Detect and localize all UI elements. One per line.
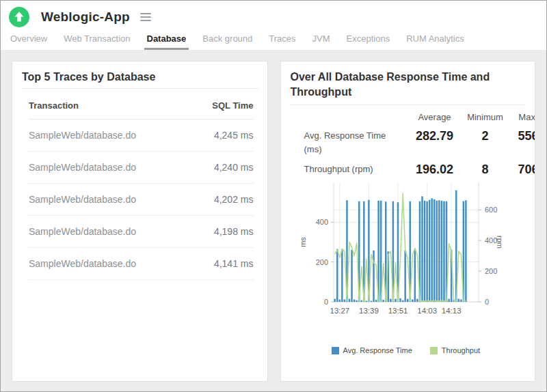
transaction-cell: SampleWeb/database.do (29, 151, 191, 183)
transaction-cell: SampleWeb/database.do (29, 183, 191, 215)
column-header-sql-time: SQL Time (191, 92, 253, 120)
sql-time-cell: 4,202 ms (191, 183, 253, 215)
table-row[interactable]: SampleWeb/database.do 4,141 ms (29, 247, 254, 279)
top-traces-panel-title: Top 5 Traces by Database (22, 70, 258, 85)
svg-text:200: 200 (485, 267, 497, 275)
legend-throughput[interactable]: Throughput (430, 346, 480, 354)
svg-text:0: 0 (323, 298, 328, 306)
response-throughput-chart[interactable]: 0200400020040060013:2713:3913:5114:0314:… (281, 180, 535, 316)
app-status-up-icon (9, 7, 29, 27)
svg-text:13:39: 13:39 (359, 307, 379, 315)
svg-text:rpm: rpm (496, 236, 504, 249)
sql-time-cell: 4,141 ms (191, 247, 253, 279)
sql-time-cell: 4,245 ms (191, 119, 253, 151)
svg-text:400: 400 (315, 219, 328, 227)
dashboard-content: Top 5 Traces by Database Transaction SQL… (1, 50, 546, 392)
svg-text:14:13: 14:13 (441, 307, 461, 315)
throughput-maximum: 706 (507, 163, 536, 177)
column-header-transaction: Transaction (29, 92, 191, 120)
throughput-average: 196.02 (405, 163, 464, 177)
stats-header-maximum: Maximum (516, 112, 536, 122)
panel-divider (21, 88, 258, 89)
tab-database[interactable]: Database (147, 33, 187, 44)
legend-swatch-green-icon (430, 347, 438, 354)
chart-legend: Avg. Response Time Throughput (332, 346, 535, 354)
avg-response-time-minimum: 2 (464, 129, 507, 143)
svg-text:13:51: 13:51 (388, 307, 408, 315)
tab-exceptions[interactable]: Exceptions (347, 33, 390, 44)
sql-time-cell: 4,240 ms (191, 151, 253, 183)
avg-response-time-average: 282.79 (405, 129, 464, 143)
tab-rum-analytics[interactable]: RUM Analytics (406, 33, 464, 44)
panel-divider (290, 104, 526, 105)
hamburger-menu-icon[interactable] (138, 11, 153, 23)
svg-text:13:27: 13:27 (330, 307, 349, 315)
table-row[interactable]: SampleWeb/database.do 4,240 ms (29, 151, 254, 183)
app-header: Weblogic-App Overview Web Transaction Da… (1, 1, 546, 50)
transaction-cell: SampleWeb/database.do (29, 247, 191, 279)
svg-text:400: 400 (485, 236, 497, 244)
table-row[interactable]: SampleWeb/database.do 4,245 ms (29, 119, 254, 151)
transaction-cell: SampleWeb/database.do (29, 215, 191, 247)
svg-text:0: 0 (485, 298, 489, 306)
legend-swatch-blue-icon (332, 347, 339, 354)
response-throughput-panel-title: Over All Database Response Time and Thro… (291, 70, 516, 99)
stats-table: Average Minimum Maximum Avg. Response Ti… (304, 112, 535, 177)
tab-background[interactable]: Back ground (202, 33, 252, 44)
stats-header-minimum: Minimum (464, 112, 507, 122)
tab-jvm[interactable]: JVM (312, 33, 330, 44)
top-traces-panel: Top 5 Traces by Database Transaction SQL… (12, 61, 268, 382)
avg-response-time-maximum: 556 (507, 129, 536, 143)
apm-dashboard-window: Weblogic-App Overview Web Transaction Da… (0, 0, 547, 392)
table-row[interactable]: SampleWeb/database.do 4,202 ms (29, 183, 254, 215)
tab-overview[interactable]: Overview (10, 33, 47, 44)
response-throughput-panel: Over All Database Response Time and Thro… (280, 61, 536, 382)
sql-time-cell: 4,198 ms (191, 215, 253, 247)
tab-traces[interactable]: Traces (269, 33, 295, 44)
transaction-cell: SampleWeb/database.do (29, 119, 191, 151)
svg-text:600: 600 (485, 206, 497, 214)
stats-row-label-throughput: Throughput (rpm) (304, 163, 405, 176)
tab-bar: Overview Web Transaction Database Back g… (1, 28, 546, 50)
chart-area: 0200400020040060013:2713:3913:5114:0314:… (281, 180, 535, 319)
legend-avg-response-time[interactable]: Avg. Response Time (332, 346, 412, 354)
traces-table: Transaction SQL Time SampleWeb/database.… (29, 92, 254, 280)
svg-text:14:03: 14:03 (417, 307, 437, 315)
throughput-minimum: 8 (464, 163, 507, 177)
table-row[interactable]: SampleWeb/database.do 4,198 ms (29, 215, 254, 247)
svg-text:200: 200 (315, 258, 328, 266)
tab-web-transaction[interactable]: Web Transaction (64, 33, 130, 44)
svg-text:ms: ms (299, 237, 307, 247)
stats-row-label-avg-response-time: Avg. Response Time (ms) (304, 129, 405, 156)
app-title: Weblogic-App (41, 10, 130, 25)
stats-header-average: Average (405, 112, 464, 122)
